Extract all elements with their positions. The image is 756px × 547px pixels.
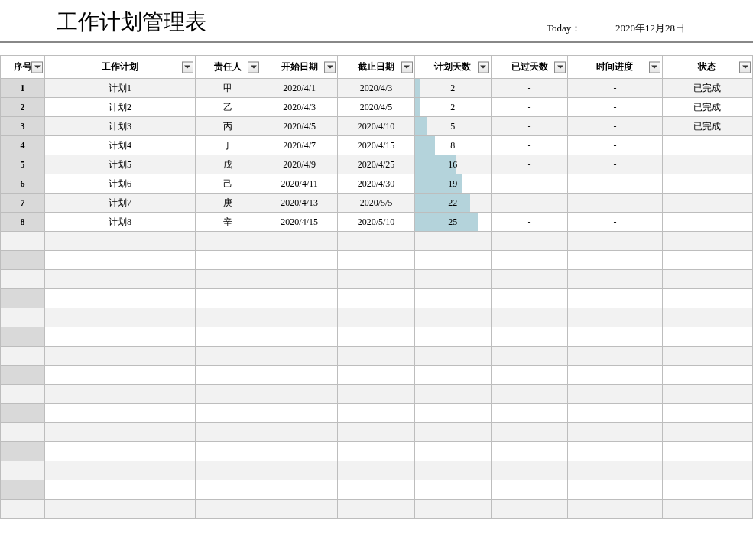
owner-cell bbox=[195, 366, 261, 385]
seq-cell bbox=[1, 289, 45, 308]
days-cell: 19 bbox=[414, 174, 491, 194]
days-cell: 16 bbox=[414, 155, 491, 174]
past-cell bbox=[491, 461, 567, 480]
plan-cell bbox=[45, 308, 196, 327]
past-cell bbox=[491, 251, 567, 270]
table-row bbox=[1, 308, 753, 327]
filter-icon[interactable] bbox=[31, 61, 43, 73]
end-cell bbox=[338, 308, 414, 327]
past-cell: - bbox=[491, 98, 567, 117]
plan-cell: 计划4 bbox=[45, 136, 196, 155]
table-row bbox=[1, 366, 753, 385]
days-cell bbox=[414, 500, 491, 519]
filter-icon[interactable] bbox=[554, 61, 566, 73]
prog-cell: - bbox=[568, 79, 662, 98]
days-cell bbox=[414, 366, 491, 385]
days-bar bbox=[415, 98, 420, 116]
col-seq[interactable]: 序号 bbox=[1, 56, 45, 79]
filter-icon[interactable] bbox=[478, 61, 489, 73]
table-row: 5计划5戊2020/4/92020/4/2516-- bbox=[1, 155, 753, 174]
owner-cell bbox=[195, 385, 261, 404]
seq-cell bbox=[1, 500, 45, 519]
owner-cell bbox=[195, 289, 261, 308]
start-cell bbox=[261, 442, 338, 461]
owner-cell bbox=[195, 308, 261, 327]
past-cell bbox=[491, 308, 567, 327]
seq-cell bbox=[1, 480, 45, 500]
filter-icon[interactable] bbox=[401, 61, 413, 73]
col-start[interactable]: 开始日期 bbox=[261, 56, 338, 79]
status-cell bbox=[662, 232, 752, 251]
col-owner[interactable]: 责任人 bbox=[195, 56, 261, 79]
end-cell bbox=[338, 232, 414, 251]
days-text: 25 bbox=[448, 217, 457, 227]
past-cell bbox=[491, 232, 567, 251]
end-cell: 2020/4/30 bbox=[338, 174, 414, 194]
owner-cell bbox=[195, 500, 261, 519]
plan-cell bbox=[45, 251, 196, 270]
filter-icon[interactable] bbox=[248, 61, 259, 73]
owner-cell bbox=[195, 347, 261, 366]
filter-icon[interactable] bbox=[739, 61, 751, 73]
col-plan[interactable]: 工作计划 bbox=[45, 56, 196, 79]
owner-cell: 戊 bbox=[195, 155, 261, 174]
owner-cell: 丁 bbox=[195, 136, 261, 155]
seq-cell bbox=[1, 404, 45, 423]
end-cell bbox=[338, 385, 414, 404]
past-cell: - bbox=[491, 117, 567, 136]
past-cell bbox=[491, 327, 567, 347]
prog-cell bbox=[568, 480, 662, 500]
days-cell bbox=[414, 442, 491, 461]
col-past[interactable]: 已过天数 bbox=[491, 56, 567, 79]
col-days-label: 计划天数 bbox=[434, 61, 471, 72]
past-cell bbox=[491, 500, 567, 519]
table-row bbox=[1, 327, 753, 347]
start-cell bbox=[261, 289, 338, 308]
days-cell bbox=[414, 232, 491, 251]
table-row: 7计划7庚2020/4/132020/5/522-- bbox=[1, 194, 753, 213]
days-cell bbox=[414, 289, 491, 308]
filter-icon[interactable] bbox=[324, 61, 336, 73]
owner-cell bbox=[195, 461, 261, 480]
start-cell: 2020/4/3 bbox=[261, 98, 338, 117]
prog-cell bbox=[568, 251, 662, 270]
seq-cell bbox=[1, 461, 45, 480]
status-cell bbox=[662, 423, 752, 442]
seq-cell: 3 bbox=[1, 117, 45, 136]
prog-cell bbox=[568, 366, 662, 385]
table-row: 3计划3丙2020/4/52020/4/105--已完成 bbox=[1, 117, 753, 136]
end-cell bbox=[338, 366, 414, 385]
end-cell: 2020/4/15 bbox=[338, 136, 414, 155]
past-cell: - bbox=[491, 174, 567, 194]
prog-cell bbox=[568, 270, 662, 289]
col-days[interactable]: 计划天数 bbox=[414, 56, 491, 79]
owner-cell: 己 bbox=[195, 174, 261, 194]
filter-icon[interactable] bbox=[649, 61, 660, 73]
col-prog[interactable]: 时间进度 bbox=[568, 56, 662, 79]
prog-cell: - bbox=[568, 98, 662, 117]
prog-cell: - bbox=[568, 194, 662, 213]
prog-cell bbox=[568, 385, 662, 404]
start-cell: 2020/4/7 bbox=[261, 136, 338, 155]
prog-cell bbox=[568, 442, 662, 461]
col-end[interactable]: 截止日期 bbox=[338, 56, 414, 79]
start-cell bbox=[261, 232, 338, 251]
owner-cell: 辛 bbox=[195, 213, 261, 232]
status-cell bbox=[662, 251, 752, 270]
owner-cell: 丙 bbox=[195, 117, 261, 136]
prog-cell bbox=[568, 404, 662, 423]
col-stat[interactable]: 状态 bbox=[662, 56, 752, 79]
plan-cell: 计划8 bbox=[45, 213, 196, 232]
seq-cell bbox=[1, 270, 45, 289]
plan-cell bbox=[45, 500, 196, 519]
start-cell bbox=[261, 500, 338, 519]
table-row bbox=[1, 461, 753, 480]
owner-cell bbox=[195, 480, 261, 500]
days-cell bbox=[414, 461, 491, 480]
plan-cell bbox=[45, 404, 196, 423]
days-text: 2 bbox=[450, 83, 455, 93]
col-plan-label: 工作计划 bbox=[102, 61, 138, 72]
days-text: 2 bbox=[450, 102, 455, 112]
start-cell: 2020/4/11 bbox=[261, 174, 338, 194]
filter-icon[interactable] bbox=[182, 61, 193, 73]
